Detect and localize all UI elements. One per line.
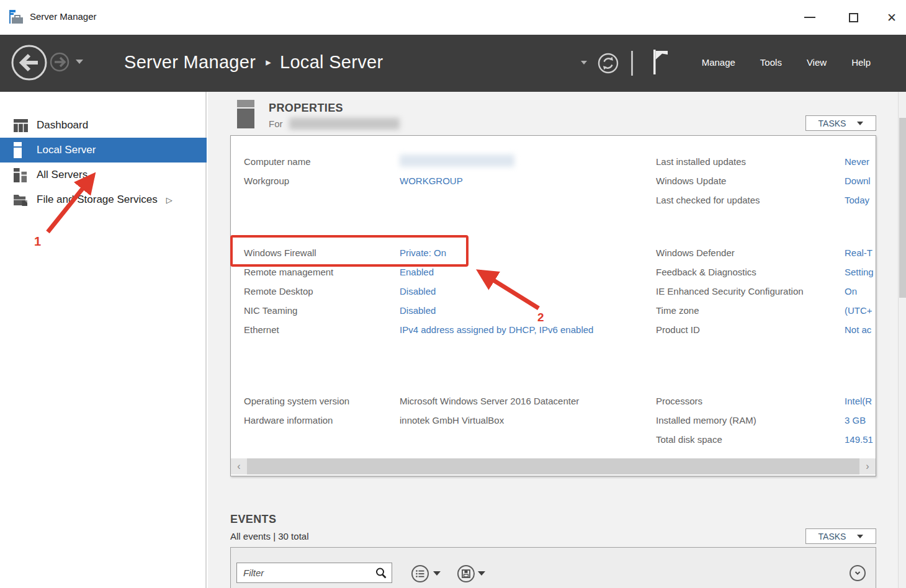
sidebar-item-all-servers[interactable]: All Servers: [0, 163, 207, 187]
events-subtitle: All events | 30 total: [230, 531, 308, 541]
file-storage-services-icon: [14, 192, 29, 208]
properties-left-group-2: Windows Firewall Private: On Remote mana…: [244, 243, 650, 339]
property-row: Ethernet IPv4 address assigned by DHCP, …: [244, 320, 650, 339]
expand-chevron-icon[interactable]: ▷: [166, 195, 173, 205]
breadcrumb-root[interactable]: Server Manager: [124, 52, 256, 73]
notifications-flag-icon[interactable]: [650, 47, 670, 77]
sidebar-item-label: All Servers: [37, 169, 87, 181]
feedback-diagnostics-link[interactable]: Setting: [845, 267, 874, 277]
windows-defender-link[interactable]: Real-T: [845, 247, 872, 258]
property-row: IE Enhanced Security Configuration On: [656, 282, 874, 301]
refresh-icon[interactable]: [597, 52, 619, 74]
hardware-info-value: innotek GmbH VirtualBox: [400, 415, 504, 425]
windows-update-link[interactable]: Downl: [845, 176, 871, 186]
minimize-button[interactable]: [796, 0, 824, 35]
events-save-query-button[interactable]: [457, 565, 475, 582]
property-label: Last checked for updates: [656, 195, 845, 205]
properties-server-icon: [237, 100, 254, 128]
vertical-scrollbar[interactable]: [898, 92, 906, 588]
close-button[interactable]: ✕: [877, 0, 906, 35]
menu-tools[interactable]: Tools: [760, 57, 782, 68]
scroll-left-icon[interactable]: ‹: [231, 458, 247, 474]
product-id-link[interactable]: Not ac: [845, 324, 871, 335]
remote-desktop-link[interactable]: Disabled: [400, 286, 436, 296]
property-row: Processors Intel(R: [656, 391, 874, 411]
events-heading: EVENTS: [230, 513, 276, 526]
property-row: Remote Desktop Disabled: [244, 282, 650, 301]
toolbar-divider: [631, 51, 633, 76]
sidebar-item-dashboard[interactable]: Dashboard: [0, 113, 207, 138]
total-disk-space-link[interactable]: 149.51: [845, 434, 873, 445]
nic-teaming-link[interactable]: Disabled: [400, 305, 436, 316]
sidebar: Dashboard Local Server All Servers: [0, 92, 207, 588]
breadcrumb-separator-icon: ▸: [266, 56, 271, 69]
property-row: Time zone (UTC+: [656, 301, 874, 320]
property-row: Windows Firewall Private: On: [244, 243, 650, 262]
menu-view[interactable]: View: [807, 57, 827, 68]
refresh-dropdown-icon[interactable]: [581, 61, 587, 68]
remote-management-link[interactable]: Enabled: [400, 267, 434, 277]
properties-for-label: For: [269, 118, 283, 129]
events-tasks-button[interactable]: TASKS: [805, 528, 876, 544]
server-manager-window: Server Manager ✕ Server Manager ▸ Local …: [0, 0, 906, 588]
tasks-button-label: TASKS: [819, 532, 846, 541]
menu-manage[interactable]: Manage: [702, 57, 735, 68]
property-label: Windows Update: [656, 176, 845, 186]
tasks-button-label: TASKS: [819, 118, 846, 128]
property-row: Workgroup WORKGROUP: [244, 171, 650, 190]
ie-esc-link[interactable]: On: [845, 286, 857, 296]
sidebar-item-local-server[interactable]: Local Server: [0, 138, 207, 163]
menu-help[interactable]: Help: [851, 57, 871, 68]
events-collapse-button[interactable]: [850, 565, 866, 581]
os-version-value: Microsoft Windows Server 2016 Datacenter: [400, 396, 579, 406]
installed-memory-link[interactable]: 3 GB: [845, 415, 866, 425]
server-manager-app-icon: [9, 9, 25, 25]
all-servers-icon: [14, 167, 29, 183]
property-row: NIC Teaming Disabled: [244, 301, 650, 320]
local-server-icon: [14, 142, 29, 158]
horizontal-scrollbar[interactable]: ‹ ›: [231, 458, 876, 474]
processors-link[interactable]: Intel(R: [845, 396, 872, 406]
breadcrumb-current[interactable]: Local Server: [280, 52, 383, 73]
ethernet-link[interactable]: IPv4 address assigned by DHCP, IPv6 enab…: [400, 324, 593, 335]
forward-button[interactable]: [50, 52, 70, 72]
scroll-right-icon[interactable]: ›: [859, 458, 876, 474]
back-button[interactable]: [10, 43, 48, 82]
property-label: Ethernet: [244, 324, 400, 335]
redacted-server-name: [289, 118, 400, 130]
properties-panel: Computer name Workgroup WORKGROUP Window…: [230, 135, 876, 476]
navigation-dropdown-icon[interactable]: [76, 60, 83, 68]
sidebar-item-file-storage-services[interactable]: File and Storage Services ▷: [0, 187, 207, 212]
windows-firewall-link[interactable]: Private: On: [400, 247, 446, 258]
horizontal-scrollbar-thumb[interactable]: [247, 458, 859, 474]
property-label: Product ID: [656, 324, 845, 335]
query-dropdown-icon[interactable]: [433, 571, 441, 579]
last-checked-updates-link[interactable]: Today: [845, 195, 869, 205]
property-row: Installed memory (RAM) 3 GB: [656, 411, 874, 430]
events-filter-input[interactable]: [237, 568, 375, 578]
property-label: Time zone: [656, 305, 845, 316]
events-query-list-button[interactable]: [411, 565, 429, 582]
tasks-dropdown-icon: [857, 535, 863, 541]
window-title: Server Manager: [30, 11, 97, 22]
property-label: Remote management: [244, 267, 400, 277]
property-label: Processors: [656, 396, 845, 406]
last-installed-updates-link[interactable]: Never: [845, 156, 869, 167]
search-icon: [375, 567, 387, 579]
workgroup-link[interactable]: WORKGROUP: [400, 176, 463, 186]
properties-left-group-1: Computer name Workgroup WORKGROUP: [244, 152, 650, 190]
navigation-bar: Server Manager ▸ Local Server Manage Too…: [0, 35, 906, 92]
save-dropdown-icon[interactable]: [478, 571, 485, 579]
property-row: Product ID Not ac: [656, 320, 874, 339]
maximize-button[interactable]: [839, 0, 868, 35]
tasks-dropdown-icon: [857, 122, 863, 128]
title-bar: Server Manager ✕: [0, 0, 906, 35]
property-label: Workgroup: [244, 176, 400, 186]
property-label: Operating system version: [244, 396, 400, 406]
vertical-scrollbar-thumb[interactable]: [899, 118, 906, 298]
properties-tasks-button[interactable]: TASKS: [805, 115, 876, 131]
menu-bar: Manage Tools View Help: [702, 57, 871, 68]
list-icon: [415, 569, 425, 579]
properties-right-group-2: Windows Defender Real-T Feedback & Diagn…: [656, 243, 874, 339]
time-zone-link[interactable]: (UTC+: [845, 305, 872, 316]
